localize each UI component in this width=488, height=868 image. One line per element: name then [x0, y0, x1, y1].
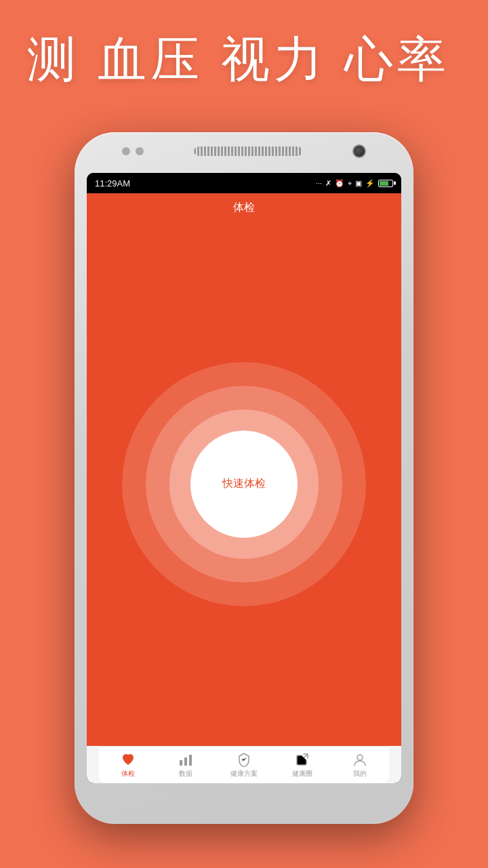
tab-exam-icon	[121, 752, 136, 767]
tab-health-circle-label: 健康圈	[292, 769, 312, 778]
phone-dot-1	[122, 147, 130, 155]
tab-exam-label: 体检	[121, 769, 135, 778]
wifi-icon: ⌖	[348, 179, 352, 188]
phone-dots	[122, 147, 144, 155]
phone-shell: 11:29AM ··· ✗ ⏰ ⌖ ▣ ⚡ 体检	[75, 132, 413, 824]
svg-rect-15	[184, 757, 187, 766]
tab-health-circle[interactable]: 健康圈	[273, 752, 331, 778]
tab-exam[interactable]: 体检	[99, 752, 157, 778]
app-navbar: 体检	[87, 193, 401, 222]
tab-health-plan[interactable]: 健康方案	[215, 752, 273, 778]
app-main-content: 快速体检	[87, 222, 401, 746]
status-dots: ···	[316, 179, 322, 187]
tab-health-circle-icon	[295, 752, 310, 767]
svg-point-17	[357, 755, 363, 760]
status-icons: ··· ✗ ⏰ ⌖ ▣ ⚡	[316, 179, 393, 188]
tab-mine-label: 我的	[353, 769, 367, 778]
battery-fill	[380, 181, 388, 186]
bolt-icon: ⚡	[365, 179, 375, 188]
svg-rect-14	[180, 760, 182, 766]
tab-data-label: 数据	[179, 769, 192, 778]
phone-screen: 11:29AM ··· ✗ ⏰ ⌖ ▣ ⚡ 体检	[87, 173, 401, 783]
status-time: 11:29AM	[95, 178, 130, 189]
bluetooth-icon: ✗	[325, 179, 331, 188]
battery-icon	[378, 180, 393, 187]
phone-camera	[352, 144, 366, 158]
tab-bar: 体检 数据 健康方案	[99, 746, 389, 783]
svg-rect-16	[189, 755, 192, 766]
alarm-icon: ⏰	[335, 179, 344, 188]
app-title: 体检	[233, 201, 255, 215]
x-icon: ▣	[355, 179, 362, 188]
phone-mockup: 11:29AM ··· ✗ ⏰ ⌖ ▣ ⚡ 体检	[75, 132, 413, 824]
status-bar: 11:29AM ··· ✗ ⏰ ⌖ ▣ ⚡	[87, 173, 401, 193]
tab-mine[interactable]: 我的	[331, 752, 389, 778]
quick-exam-button[interactable]: 快速体检	[190, 431, 298, 538]
phone-top	[122, 144, 366, 158]
tab-health-plan-label: 健康方案	[230, 769, 258, 778]
tab-data[interactable]: 数据	[157, 752, 216, 778]
page-headline: 测 血压 视力 心率	[27, 27, 461, 92]
tab-health-plan-icon	[237, 752, 251, 767]
tab-mine-icon	[352, 752, 367, 767]
tab-data-icon	[178, 752, 193, 767]
phone-dot-2	[136, 147, 144, 155]
phone-speaker	[194, 146, 302, 156]
